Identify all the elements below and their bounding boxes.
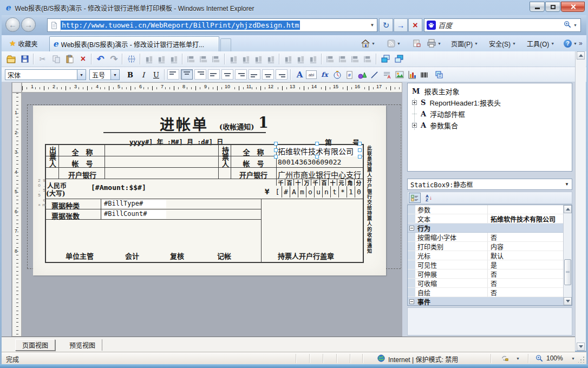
go-button[interactable]: → <box>394 18 408 32</box>
image-button[interactable] <box>393 69 406 81</box>
line-button[interactable] <box>368 69 381 81</box>
font-family-caret-icon[interactable]: ▼ <box>77 70 86 80</box>
minimize-button[interactable] <box>530 2 545 12</box>
shape-button[interactable] <box>356 69 368 81</box>
snap-grid-button[interactable] <box>125 53 138 65</box>
text-align-top-center-button[interactable] <box>181 69 193 80</box>
amount-cell[interactable]: o <box>306 186 314 198</box>
collapse-icon[interactable] <box>409 226 414 231</box>
space-down-increase-button[interactable] <box>337 53 349 65</box>
resize-grip[interactable] <box>578 356 585 363</box>
payee-account-textbox[interactable]: 800143630609022 <box>278 158 341 166</box>
scroll-up-button[interactable] <box>564 205 572 213</box>
selection-handle[interactable] <box>358 142 362 146</box>
zoom-caret-icon[interactable]: ▼ <box>571 357 575 360</box>
italic-button[interactable]: I <box>137 69 149 81</box>
search-options-caret-icon[interactable]: ▼ <box>573 23 577 27</box>
underline-button[interactable]: U <box>150 69 162 81</box>
tab-preview-view[interactable]: 预览视图 <box>63 339 102 351</box>
address-bar[interactable]: http://www.tuowei.cn/WebReport/BillPrint… <box>47 18 377 32</box>
feeds-button[interactable]: ▼ <box>387 37 401 49</box>
tab-page-view[interactable]: 页面视图 <box>15 339 55 351</box>
datetime-button[interactable] <box>331 69 343 81</box>
amount-cell[interactable]: A <box>290 186 298 198</box>
amount-cell[interactable]: # <box>282 186 290 198</box>
selection-handle[interactable] <box>358 148 362 152</box>
space-across-equal-button[interactable] <box>282 53 295 65</box>
alphabetical-sort-button[interactable]: AZ↓ <box>423 193 435 203</box>
undo-button[interactable]: ↶ <box>94 53 107 65</box>
amount-cell[interactable]: * <box>338 186 347 198</box>
scroll-down-button[interactable] <box>564 297 572 305</box>
richtext-button[interactable] <box>381 69 393 81</box>
command-overflow-chevron[interactable]: » <box>579 37 583 49</box>
address-dropdown-button[interactable]: ▼ <box>368 19 377 31</box>
protected-mode-caret-icon[interactable]: ▼ <box>516 357 520 360</box>
search-box[interactable]: 百度 ▼ <box>424 18 581 32</box>
textbox-button[interactable]: abl <box>306 70 317 79</box>
align-center-button[interactable] <box>155 53 168 65</box>
amount-cell[interactable]: 0 <box>355 186 363 198</box>
open-button[interactable] <box>5 53 17 65</box>
text-align-top-right-button[interactable] <box>194 69 206 80</box>
redo-button[interactable]: ↷ <box>108 53 120 65</box>
zoom-level[interactable]: 100% <box>546 354 563 362</box>
favorites-button[interactable]: ★ 收藏夹 <box>5 37 42 49</box>
space-down-remove-button[interactable] <box>362 53 374 65</box>
read-mail-button[interactable] <box>412 37 421 49</box>
font-size-caret-icon[interactable]: ▼ <box>110 70 119 80</box>
bill-count-field[interactable]: #BillCount# <box>102 210 166 219</box>
space-across-increase-button[interactable] <box>295 53 307 65</box>
amount-cell[interactable]: m <box>298 186 306 198</box>
selection-handle[interactable] <box>274 148 278 152</box>
merge-cells-button[interactable] <box>433 69 445 81</box>
security-menu-button[interactable]: 安全(S)▼ <box>489 37 516 49</box>
report-design-canvas[interactable]: 进帐单 (收帐通知) 1 yyyy#] 年 :M#] 月 :d#] 日 第 号 … <box>22 93 402 337</box>
space-down-decrease-button[interactable] <box>349 53 362 65</box>
expand-icon[interactable] <box>412 123 417 128</box>
font-family-select[interactable]: 宋体 ▼ <box>5 69 86 80</box>
search-icon[interactable] <box>564 21 571 30</box>
stop-button[interactable]: × <box>408 18 422 32</box>
scrollbar-thumb[interactable] <box>564 259 571 285</box>
text-align-bottom-right-button[interactable] <box>276 69 288 80</box>
text-align-middle-right-button[interactable] <box>235 69 247 80</box>
browser-tab[interactable]: e Web报表(B/S报表)演示 - 修改设计银行进帐单打... <box>49 36 219 51</box>
search-input[interactable]: 百度 <box>438 20 452 30</box>
copy-button[interactable] <box>50 53 62 65</box>
property-row[interactable]: 参数 <box>408 205 564 214</box>
amount-cell[interactable]: u <box>314 186 322 198</box>
formula-button[interactable]: fx <box>318 69 331 81</box>
text-align-middle-left-button[interactable] <box>208 69 220 80</box>
font-color-button[interactable]: A <box>293 69 306 81</box>
page-scroll-up-button[interactable] <box>577 51 585 60</box>
font-size-select[interactable]: 五号 ▼ <box>89 69 120 80</box>
amount-cell[interactable]: 1 <box>347 186 355 198</box>
delete-button[interactable]: × <box>77 53 89 65</box>
same-height-button[interactable] <box>240 53 252 65</box>
maximize-button[interactable] <box>545 2 560 12</box>
property-row[interactable]: 可收缩否 <box>408 279 564 288</box>
align-top-button[interactable] <box>185 53 198 65</box>
tree-item-floating-frame[interactable]: A 浮动部件框 <box>408 108 572 120</box>
selection-handle[interactable] <box>274 142 278 146</box>
align-middle-button[interactable] <box>198 53 210 65</box>
selection-handle[interactable] <box>315 142 319 146</box>
text-align-bottom-left-button[interactable] <box>249 69 260 80</box>
categorized-view-button[interactable] <box>409 193 421 203</box>
same-width-button[interactable] <box>227 53 240 65</box>
refresh-button[interactable]: ↻ <box>379 18 393 32</box>
amount-cell[interactable]: [ <box>273 186 282 198</box>
bring-to-front-button[interactable] <box>379 53 391 65</box>
tree-item-reportheader[interactable]: S ReportHeader1:报表头 <box>408 97 572 108</box>
text-align-middle-center-button[interactable] <box>221 69 233 80</box>
forward-button[interactable]: → <box>21 17 36 32</box>
property-row[interactable]: 自绘否 <box>408 288 564 297</box>
align-right-button[interactable] <box>168 53 180 65</box>
page-scrollbar[interactable] <box>575 51 586 351</box>
same-size-button[interactable] <box>252 53 265 65</box>
protected-mode-icon[interactable] <box>501 354 508 364</box>
close-button[interactable] <box>561 2 585 12</box>
tree-item-report-root[interactable]: M 报表主对象 <box>408 86 572 97</box>
property-category-row[interactable]: 行为 <box>408 224 564 233</box>
